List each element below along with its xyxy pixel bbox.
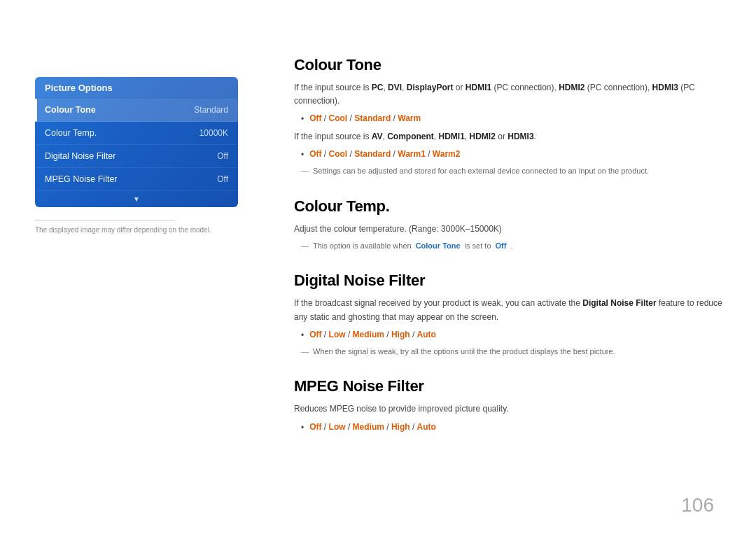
colour-tone-body: If the input source is PC, DVI, DisplayP… [294, 81, 728, 178]
bullet-dot-4: • [301, 421, 304, 435]
colour-tone-para2: If the input source is AV, Component, HD… [294, 130, 728, 143]
mpeg-noise-para: Reduces MPEG noise to provide improved p… [294, 402, 728, 416]
digital-noise-note: When the signal is weak, try all the opt… [294, 346, 728, 358]
menu-item-mpeg-noise-value: Off [217, 174, 228, 184]
menu-header: Picture Options [35, 77, 238, 99]
menu-item-colour-temp-value: 10000K [200, 128, 228, 138]
colour-tone-bullet1: • Off / Cool / Standard / Warm [301, 112, 728, 126]
mpeg-noise-body: Reduces MPEG noise to provide improved p… [294, 402, 728, 434]
digital-noise-body: If the broadcast signal received by your… [294, 297, 728, 358]
section-colour-tone: Colour Tone If the input source is PC, D… [294, 56, 728, 178]
divider [35, 220, 175, 220]
colour-temp-body: Adjust the colour temperature. (Range: 3… [294, 223, 728, 253]
footnote: The displayed image may differ depending… [35, 226, 238, 234]
menu-item-digital-noise-value: Off [217, 151, 228, 161]
colour-temp-title: Colour Temp. [294, 197, 728, 216]
digital-noise-title: Digital Noise Filter [294, 272, 728, 290]
colour-tone-title: Colour Tone [294, 56, 728, 74]
left-panel: Picture Options Colour Tone Standard Col… [35, 77, 238, 234]
colour-tone-para1: If the input source is PC, DVI, DisplayP… [294, 81, 728, 108]
colour-tone-bullet2: • Off / Cool / Standard / Warm1 / Warm2 [301, 148, 728, 162]
menu-item-colour-tone-label: Colour Tone [45, 105, 96, 115]
colour-temp-note: This option is available when Colour Ton… [294, 240, 728, 253]
right-panel: Colour Tone If the input source is PC, D… [294, 56, 728, 454]
menu-item-mpeg-noise[interactable]: MPEG Noise Filter Off [35, 168, 238, 191]
digital-noise-options: Off / Low / Medium / High / Auto [309, 328, 436, 342]
menu-arrow: ▼ [35, 191, 238, 207]
page-number: 106 [681, 494, 714, 517]
menu-item-colour-tone[interactable]: Colour Tone Standard [35, 99, 238, 122]
bullet-dot-1: • [301, 113, 304, 126]
menu-header-label: Picture Options [45, 83, 113, 93]
colour-tone-note: Settings can be adjusted and stored for … [294, 165, 728, 178]
mpeg-noise-title: MPEG Noise Filter [294, 377, 728, 395]
bullet-dot-3: • [301, 329, 304, 342]
colour-tone-options1: Off / Cool / Standard / Warm [309, 112, 421, 125]
section-mpeg-noise: MPEG Noise Filter Reduces MPEG noise to … [294, 377, 728, 434]
menu-item-colour-temp-label: Colour Temp. [45, 128, 97, 138]
section-colour-temp: Colour Temp. Adjust the colour temperatu… [294, 197, 728, 253]
menu-box: Picture Options Colour Tone Standard Col… [35, 77, 238, 207]
menu-item-digital-noise-label: Digital Noise Filter [45, 151, 115, 161]
bullet-dot-2: • [301, 148, 304, 162]
menu-item-colour-tone-value: Standard [194, 105, 228, 115]
menu-item-colour-temp[interactable]: Colour Temp. 10000K [35, 122, 238, 145]
mpeg-noise-options: Off / Low / Medium / High / Auto [309, 421, 436, 434]
colour-tone-options2: Off / Cool / Standard / Warm1 / Warm2 [309, 148, 460, 161]
menu-item-digital-noise[interactable]: Digital Noise Filter Off [35, 145, 238, 168]
digital-noise-bullet: • Off / Low / Medium / High / Auto [301, 328, 728, 342]
digital-noise-para: If the broadcast signal received by your… [294, 297, 728, 323]
menu-item-mpeg-noise-label: MPEG Noise Filter [45, 174, 118, 184]
colour-temp-para: Adjust the colour temperature. (Range: 3… [294, 223, 728, 236]
mpeg-noise-bullet: • Off / Low / Medium / High / Auto [301, 421, 728, 435]
section-digital-noise: Digital Noise Filter If the broadcast si… [294, 272, 728, 358]
